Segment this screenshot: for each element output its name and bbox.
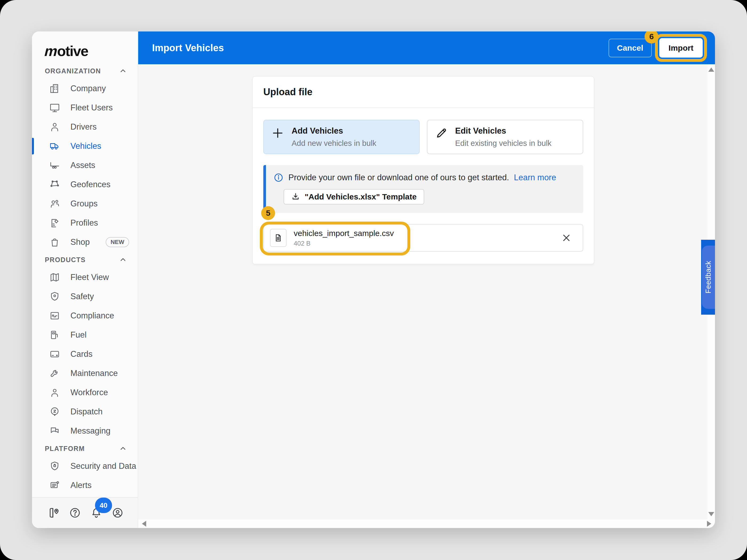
step-badge-5: 5 [261,206,275,220]
remove-file-button[interactable] [561,233,571,243]
sidebar-item-assets[interactable]: Assets [32,156,138,175]
feedback-tab[interactable]: Feedback [701,240,715,315]
sidebar-item-dispatch[interactable]: Dispatch [32,402,138,421]
trailer-icon [49,160,60,171]
import-button[interactable]: Import [659,38,703,58]
sidebar-section-platform[interactable]: PLATFORM [32,441,138,456]
sidebar-item-alerts[interactable]: Alerts [32,476,138,495]
sidebar-item-maintenance[interactable]: Maintenance [32,364,138,383]
help-icon[interactable] [69,507,81,519]
sidebar-item-safety[interactable]: Safety [32,287,138,306]
profile-settings-icon [49,217,60,229]
sidebar-item-security-and-data[interactable]: Security and Data [32,456,138,476]
option-subtitle: Add new vehicles in bulk [291,139,377,148]
sidebar-item-label: Drivers [71,122,97,132]
sidebar-section-products[interactable]: PRODUCTS [32,252,138,268]
people-icon [49,198,60,209]
page-header: Import Vehicles Cancel Import 6 [138,31,715,64]
sidebar: motive ORGANIZATION Company Fleet Users … [32,31,138,528]
upload-card-body: Add Vehicles Add new vehicles in bulk Ed… [253,108,594,264]
company-icon [49,83,60,94]
sidebar-section-organization[interactable]: ORGANIZATION [32,63,138,79]
sidebar-item-vehicles[interactable]: Vehicles [32,136,138,156]
sidebar-item-shop[interactable]: Shop NEW [32,233,138,252]
chat-bubbles-icon [49,425,60,436]
download-template-button[interactable]: "Add Vehicles.xlsx" Template [284,189,424,205]
motive-logo[interactable]: motive [32,31,138,63]
chevron-up-icon [119,256,127,264]
scroll-right-arrow[interactable] [707,521,711,527]
upload-card-title: Upload file [263,86,312,98]
monitor-icon [49,102,60,113]
sidebar-footer: 40 [32,497,138,528]
upload-file-card: Upload file Add Vehicles Add new vehicle… [252,76,594,264]
shield-icon [49,291,60,302]
plus-icon [271,127,284,139]
section-label: PRODUCTS [45,256,86,264]
notification-count-badge: 40 [95,498,112,513]
sidebar-item-label: Company [71,84,106,93]
feedback-label: Feedback [704,261,713,294]
info-icon [274,172,284,183]
file-document-icon [270,229,286,247]
truck-icon [49,140,60,152]
download-template-label: "Add Vehicles.xlsx" Template [305,192,417,201]
geofence-polygon-icon [49,179,60,190]
import-highlight-ring: Import [655,34,707,62]
scroll-up-arrow[interactable] [708,68,714,72]
app-window: motive ORGANIZATION Company Fleet Users … [32,31,715,528]
sidebar-item-fuel[interactable]: Fuel [32,325,138,345]
header-actions: Cancel Import 6 [609,34,707,62]
chevron-up-icon [119,445,127,453]
section-label: PLATFORM [45,445,85,453]
shopping-bag-icon [49,237,60,248]
option-title: Edit Vehicles [455,126,551,136]
wrench-icon [49,368,60,379]
sidebar-item-label: Dispatch [71,407,103,417]
sidebar-item-geofences[interactable]: Geofences [32,175,138,194]
upload-card-header: Upload file [253,77,594,108]
import-mode-options: Add Vehicles Add new vehicles in bulk Ed… [263,120,583,154]
sidebar-item-label: Fleet Users [71,103,112,112]
sidebar-item-messaging[interactable]: Messaging [32,421,138,441]
sidebar-item-compliance[interactable]: Compliance [32,306,138,325]
dispatch-pin-icon [49,406,60,417]
credit-card-icon [49,349,60,360]
uploaded-file-size: 402 B [294,240,394,247]
sidebar-item-label: Security and Data [71,461,136,471]
guide-map-icon[interactable] [48,507,60,519]
sidebar-item-profiles[interactable]: Profiles [32,213,138,233]
sidebar-item-fleet-view[interactable]: Fleet View [32,268,138,287]
option-add-vehicles[interactable]: Add Vehicles Add new vehicles in bulk [263,120,420,154]
sidebar-item-label: Assets [71,161,95,170]
main-content: Upload file Add Vehicles Add new vehicle… [138,64,715,528]
horizontal-scrollbar[interactable] [138,519,715,528]
sidebar-item-label: Shop [71,237,89,247]
banner-text-row: Provide your own file or download one of… [274,172,575,183]
sidebar-item-workforce[interactable]: Workforce [32,383,138,402]
sidebar-item-groups[interactable]: Groups [32,194,138,213]
sidebar-item-label: Maintenance [71,369,118,378]
sidebar-item-label: Groups [71,199,98,209]
uploaded-file-row: vehicles_import_sample.csv 402 B [263,224,583,252]
person-icon [49,121,60,133]
scroll-left-arrow[interactable] [142,521,146,527]
cancel-button[interactable]: Cancel [609,39,652,57]
pencil-icon [435,127,448,139]
option-edit-vehicles[interactable]: Edit Vehicles Edit existing vehicles in … [427,120,583,154]
notifications-bell-icon[interactable]: 40 [90,507,102,519]
sidebar-item-cards[interactable]: Cards [32,345,138,364]
sidebar-item-company[interactable]: Company [32,79,138,98]
learn-more-link[interactable]: Learn more [514,173,556,182]
sidebar-item-drivers[interactable]: Drivers [32,117,138,136]
alerts-list-icon [49,480,60,491]
scroll-down-arrow[interactable] [708,512,714,516]
option-title: Add Vehicles [291,126,377,136]
sidebar-item-label: Workforce [71,388,108,397]
download-icon [291,192,300,201]
sidebar-item-fleet-users[interactable]: Fleet Users [32,98,138,117]
account-icon[interactable] [111,507,124,519]
feedback-tab-inner: Feedback [702,246,715,309]
sidebar-item-label: Profiles [71,218,98,228]
motive-logo-text: motive [45,43,88,59]
